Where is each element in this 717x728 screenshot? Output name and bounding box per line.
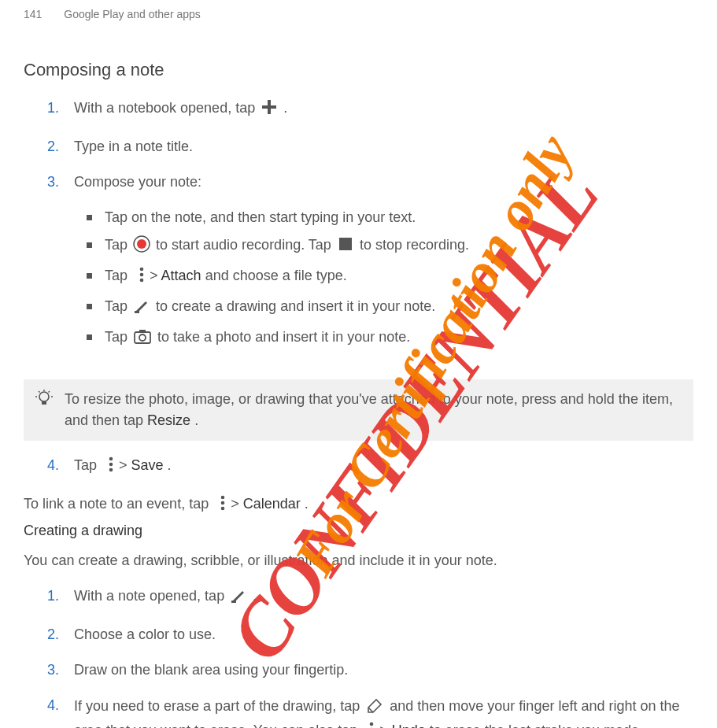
tip-resize: To resize the photo, image, or drawing t… bbox=[24, 379, 693, 441]
save-label: Save bbox=[131, 457, 164, 473]
d-step-3: 3. Draw on the blank area using your fin… bbox=[47, 660, 693, 681]
section-creating-drawing: Creating a drawing bbox=[24, 523, 693, 539]
page-header: 141 Google Play and other apps bbox=[24, 8, 693, 20]
drawing-intro: You can create a drawing, scribble, or i… bbox=[24, 550, 693, 571]
calendar-label: Calendar bbox=[243, 496, 301, 512]
page-number: 141 bbox=[24, 8, 42, 20]
step-1: 1. With a notebook opened, tap . bbox=[47, 98, 693, 122]
bullet: Tap > Attach and choose a file type. bbox=[87, 265, 693, 290]
attach-label: Attach bbox=[161, 268, 201, 283]
stop-icon bbox=[337, 235, 354, 259]
bullet: Tap to create a drawing and insert it in… bbox=[87, 296, 693, 320]
resize-label: Resize bbox=[147, 412, 190, 428]
menu-dots-icon bbox=[363, 721, 374, 728]
chapter-title: Google Play and other apps bbox=[64, 8, 201, 20]
link-note-event: To link a note to an event, tap > Calend… bbox=[24, 493, 693, 518]
step-3: 3. Compose your note: Tap on the note, a… bbox=[47, 172, 693, 365]
camera-icon bbox=[133, 327, 152, 351]
menu-dots-icon bbox=[214, 494, 225, 518]
bullet: Tap to take a photo and insert it in you… bbox=[87, 327, 693, 351]
lightbulb-icon bbox=[35, 389, 58, 431]
section-composing: Composing a note bbox=[24, 60, 693, 80]
brush-icon bbox=[230, 586, 247, 610]
undo-label: Undo bbox=[392, 722, 426, 728]
bullet: Tap on the note, and then start typing i… bbox=[87, 207, 693, 228]
d-step-1: 1. With a note opened, tap . bbox=[47, 586, 693, 610]
d-step-2: 2. Choose a color to use. bbox=[47, 624, 693, 645]
brush-icon bbox=[133, 297, 150, 320]
menu-dots-icon bbox=[133, 266, 144, 290]
menu-dots-icon bbox=[102, 456, 113, 479]
step-4: 4. Tap > Save . bbox=[47, 455, 693, 479]
bullet: Tap to start audio recording. Tap to sto… bbox=[87, 235, 693, 259]
d-step-4: 4. If you need to erase a part of the dr… bbox=[47, 695, 693, 728]
record-icon bbox=[133, 235, 150, 259]
eraser-icon bbox=[365, 695, 384, 720]
plus-icon bbox=[261, 98, 278, 122]
step-2: 2. Type in a note title. bbox=[47, 136, 693, 157]
